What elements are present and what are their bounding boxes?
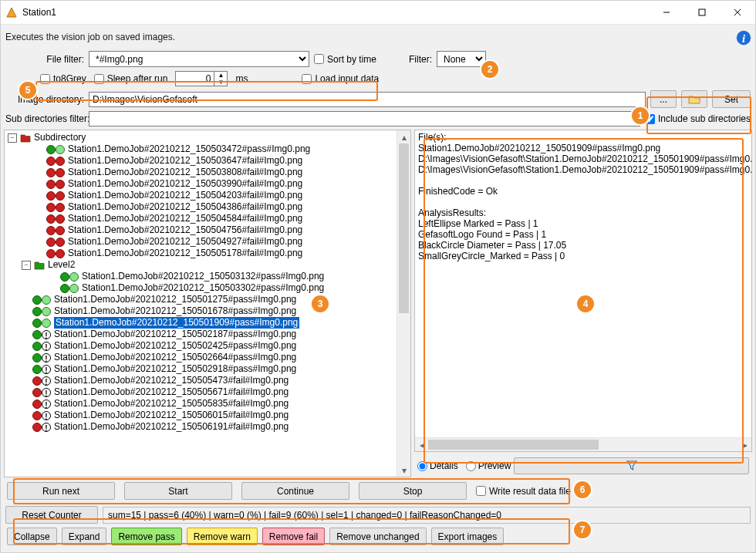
- preview-radio[interactable]: Preview: [466, 460, 511, 471]
- remove-fail-button[interactable]: Remove fail: [262, 528, 325, 545]
- sleep-after-run-checkbox[interactable]: Sleep after run: [94, 73, 168, 84]
- expand-button[interactable]: Expand: [62, 528, 107, 545]
- funnel-icon: [626, 460, 637, 471]
- remove-pass-button[interactable]: Remove pass: [111, 528, 181, 545]
- chevron-up-icon[interactable]: ▲: [214, 72, 227, 79]
- description-text: Executes the vision job on saved images.: [5, 32, 731, 42]
- subdir-filter-label: Sub directories filter:: [5, 113, 84, 124]
- chevron-down-icon[interactable]: ▾: [397, 464, 410, 477]
- status-summary: sum=15 | pass=6 (40%) | warn=0 (%) | fai…: [103, 507, 751, 524]
- info-icon[interactable]: i: [735, 29, 751, 45]
- write-result-checkbox[interactable]: Write result data file: [476, 486, 571, 497]
- set-button[interactable]: Set: [712, 90, 751, 108]
- sort-by-time-checkbox[interactable]: Sort by time: [314, 54, 376, 65]
- window-title: Station1: [22, 7, 649, 18]
- title-bar: Station1: [1, 1, 755, 25]
- filter-label: Filter:: [409, 54, 432, 65]
- svg-rect-1: [699, 9, 705, 15]
- maximize-button[interactable]: [684, 1, 720, 24]
- details-panel: File(s): Station1.DemoJob#20210212_15050…: [414, 130, 752, 452]
- remove-unchanged-button[interactable]: Remove unchanged: [329, 528, 426, 545]
- reset-counter-button[interactable]: Reset Counter: [5, 506, 98, 524]
- folder-button[interactable]: [681, 90, 707, 108]
- sleep-unit-label: ms: [235, 73, 248, 84]
- minimize-button[interactable]: [649, 1, 684, 24]
- continue-button[interactable]: Continue: [241, 482, 349, 500]
- include-subdirs-checkbox[interactable]: Include sub directories: [645, 113, 751, 124]
- chevron-right-icon[interactable]: ▸: [738, 438, 751, 451]
- image-tree[interactable]: −SubdirectoryStation1.DemoJob#20210212_1…: [4, 130, 411, 477]
- chevron-left-icon[interactable]: ◂: [415, 438, 428, 451]
- start-button[interactable]: Start: [124, 482, 232, 500]
- collapse-button[interactable]: Collapse: [7, 528, 57, 545]
- run-next-button[interactable]: Run next: [7, 482, 115, 500]
- details-text: File(s): Station1.DemoJob#20210212_15050…: [415, 130, 751, 437]
- browse-button[interactable]: ...: [650, 90, 677, 108]
- remove-warn-button[interactable]: Remove warn: [187, 528, 258, 545]
- tree-scrollbar[interactable]: ▴ ▾: [397, 130, 410, 477]
- to8grey-checkbox[interactable]: to8Grey: [40, 73, 86, 84]
- export-images-button[interactable]: Export images: [431, 528, 505, 545]
- image-directory-label: Image directory:: [5, 94, 84, 105]
- details-hscrollbar[interactable]: ◂ ▸: [415, 437, 751, 451]
- app-icon: [5, 6, 18, 19]
- close-button[interactable]: [720, 1, 755, 24]
- filter-select[interactable]: None: [437, 51, 486, 67]
- folder-icon: [688, 94, 700, 105]
- subdir-filter-input[interactable]: [89, 111, 640, 126]
- image-directory-input[interactable]: [89, 92, 646, 107]
- details-radio[interactable]: Details: [417, 460, 458, 471]
- client-area: Executes the vision job on saved images.…: [1, 25, 755, 552]
- file-filter-label: File filter:: [5, 54, 84, 65]
- chevron-up-icon[interactable]: ▴: [397, 130, 410, 143]
- stop-button[interactable]: Stop: [359, 482, 467, 500]
- sleep-value-spinner[interactable]: ▲▼: [175, 71, 228, 86]
- filter-results-button[interactable]: [514, 457, 749, 474]
- load-input-data-checkbox[interactable]: Load input data: [302, 73, 379, 84]
- file-filter-select[interactable]: *#Img0.png: [89, 51, 309, 67]
- main-window: Station1 Executes the vision job on save…: [0, 0, 756, 553]
- chevron-down-icon[interactable]: ▼: [214, 79, 227, 86]
- svg-text:i: i: [742, 32, 745, 45]
